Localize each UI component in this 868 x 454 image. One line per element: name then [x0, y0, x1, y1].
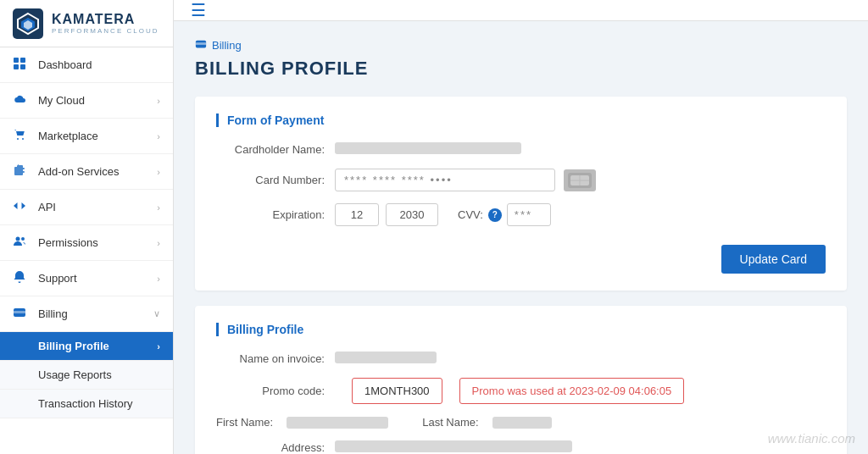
- svg-point-11: [21, 237, 25, 241]
- name-on-invoice-row: Name on invoice:: [216, 352, 826, 366]
- address-row: Address:: [216, 440, 826, 454]
- promo-code-box: 1MONTH300: [352, 378, 442, 404]
- svg-rect-7: [20, 64, 25, 69]
- name-on-invoice-label: Name on invoice:: [216, 352, 335, 365]
- first-name-group: First Name:: [216, 416, 388, 429]
- people-icon: [13, 235, 30, 251]
- billing-profile-title: Billing Profile: [216, 323, 826, 336]
- card-number-value: **** **** **** ••••: [335, 169, 826, 191]
- sidebar-sub-usage-reports[interactable]: Usage Reports: [0, 361, 173, 390]
- cardholder-row: Cardholder Name:: [216, 142, 826, 157]
- sidebar-item-api[interactable]: API ›: [0, 190, 173, 225]
- update-card-button[interactable]: Update Card: [721, 245, 826, 274]
- sidebar-item-addon-services[interactable]: Add-on Services ›: [0, 154, 173, 190]
- page-title: BILLING PROFILE: [195, 58, 847, 80]
- last-name-masked: [492, 417, 552, 429]
- sidebar-item-label: Permissions: [38, 236, 157, 249]
- cvv-help-icon[interactable]: ?: [488, 208, 502, 222]
- promo-code-label: Promo code:: [216, 385, 335, 397]
- svg-rect-5: [20, 58, 25, 63]
- credit-card-icon: [13, 306, 30, 322]
- expiration-label: Expiration:: [216, 208, 335, 221]
- cardholder-masked: [335, 142, 521, 154]
- cloud-icon: [13, 92, 30, 108]
- svg-point-10: [16, 237, 20, 241]
- svg-rect-6: [14, 64, 19, 69]
- chevron-right-icon: ›: [157, 341, 160, 352]
- logo-text: KAMATERA PERFORMANCE CLOUD: [52, 12, 159, 35]
- name-on-invoice-masked: [335, 352, 437, 363]
- breadcrumb: Billing: [195, 38, 847, 53]
- logo: KAMATERA PERFORMANCE CLOUD: [0, 0, 173, 47]
- sidebar: KAMATERA PERFORMANCE CLOUD Dashboard My …: [0, 0, 174, 454]
- cvv-input[interactable]: [507, 203, 551, 226]
- sidebar-item-label: My Cloud: [38, 94, 157, 107]
- sidebar-item-permissions[interactable]: Permissions ›: [0, 225, 173, 261]
- form-of-payment-title: Form of Payment: [216, 114, 826, 127]
- form-of-payment-card: Form of Payment Cardholder Name: Card Nu…: [195, 97, 847, 291]
- chevron-right-icon: ›: [157, 167, 160, 177]
- promo-code-row: Promo code: 1MONTH300 Promo was used at …: [216, 378, 826, 404]
- dashboard-icon: [13, 57, 30, 73]
- cardholder-label: Cardholder Name:: [216, 143, 335, 156]
- svg-rect-15: [196, 42, 206, 45]
- sidebar-item-my-cloud[interactable]: My Cloud ›: [0, 83, 173, 119]
- sidebar-item-label: Dashboard: [38, 58, 160, 71]
- hamburger-menu[interactable]: ☰: [191, 0, 206, 20]
- svg-point-8: [17, 138, 19, 140]
- topbar: ☰: [174, 0, 868, 21]
- first-name-label: First Name:: [216, 416, 280, 429]
- code-icon: [13, 199, 30, 215]
- logo-sub: PERFORMANCE CLOUD: [52, 27, 159, 35]
- expiration-row: Expiration: CVV: ?: [216, 203, 826, 226]
- breadcrumb-text: Billing: [212, 39, 242, 52]
- logo-icon: [13, 8, 43, 39]
- puzzle-icon: [13, 163, 30, 180]
- expiry-month-input[interactable]: [335, 203, 379, 226]
- address-value: [335, 440, 826, 454]
- chevron-right-icon: ›: [157, 238, 160, 248]
- cart-icon: [13, 128, 30, 144]
- chevron-right-icon: ›: [157, 274, 160, 284]
- address-masked: [335, 440, 572, 452]
- chevron-down-icon: ∨: [153, 308, 160, 319]
- promo-used-text: Promo was used at 2023-02-09 04:06:05: [472, 385, 672, 397]
- billing-profile-card: Billing Profile Name on invoice: Promo c…: [195, 306, 847, 454]
- chevron-right-icon: ›: [157, 202, 160, 213]
- sidebar-item-billing[interactable]: Billing ∨: [0, 296, 173, 332]
- card-number-input[interactable]: **** **** **** ••••: [335, 169, 555, 191]
- promo-code-value: 1MONTH300: [364, 385, 430, 397]
- chevron-right-icon: ›: [157, 96, 160, 106]
- sidebar-item-label: Billing: [38, 307, 153, 320]
- bell-icon: [13, 270, 30, 286]
- address-label: Address:: [216, 441, 335, 454]
- card-number-row: Card Number: **** **** **** ••••: [216, 169, 826, 191]
- sub-item-label: Transaction History: [38, 397, 133, 410]
- first-name-masked: [287, 417, 388, 429]
- page-content: Billing BILLING PROFILE Form of Payment …: [174, 21, 868, 454]
- last-name-label: Last Name:: [422, 416, 478, 429]
- chevron-right-icon: ›: [157, 131, 160, 141]
- svg-rect-4: [14, 58, 19, 63]
- cvv-group: CVV: ?: [458, 203, 551, 226]
- sidebar-item-dashboard[interactable]: Dashboard: [0, 47, 173, 83]
- expiry-year-input[interactable]: [386, 203, 438, 226]
- sidebar-sub-transaction-history[interactable]: Transaction History: [0, 390, 173, 418]
- main-content: ☰ Billing BILLING PROFILE Form of Paymen…: [174, 0, 868, 454]
- last-name-group: Last Name:: [422, 416, 551, 429]
- expiration-value: CVV: ?: [335, 203, 826, 226]
- card-chip-icon: [564, 169, 596, 191]
- logo-name: KAMATERA: [52, 12, 159, 27]
- cvv-label: CVV:: [458, 208, 483, 221]
- name-on-invoice-value: [335, 352, 826, 366]
- sidebar-item-support[interactable]: Support ›: [0, 261, 173, 296]
- name-row: First Name: Last Name:: [216, 416, 826, 429]
- sidebar-item-label: Add-on Services: [38, 165, 157, 178]
- sidebar-item-label: API: [38, 201, 157, 213]
- svg-point-9: [22, 138, 24, 140]
- breadcrumb-icon: [195, 38, 207, 53]
- svg-rect-13: [14, 311, 25, 313]
- sidebar-item-label: Support: [38, 272, 157, 285]
- sidebar-item-marketplace[interactable]: Marketplace ›: [0, 119, 173, 154]
- sidebar-sub-billing-profile[interactable]: Billing Profile ›: [0, 332, 173, 361]
